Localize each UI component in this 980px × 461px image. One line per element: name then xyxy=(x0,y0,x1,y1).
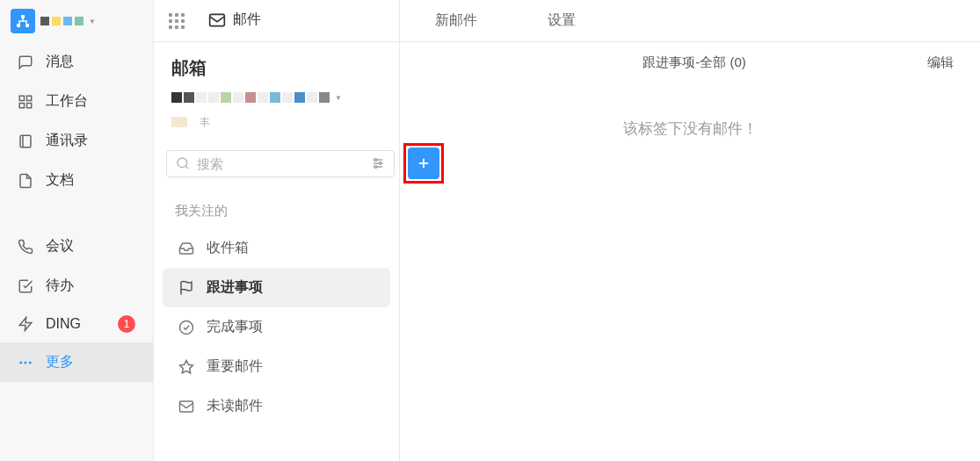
mailbox-title: 邮箱 xyxy=(171,56,381,80)
section-label: 我关注的 xyxy=(163,194,390,228)
folder-unread[interactable]: 未读邮件 xyxy=(163,386,390,426)
lightning-icon xyxy=(18,316,33,332)
svg-rect-5 xyxy=(27,103,32,107)
svg-point-19 xyxy=(374,159,377,162)
folder-followup[interactable]: 跟进事项 xyxy=(163,268,390,307)
svg-rect-0 xyxy=(21,15,25,18)
svg-rect-27 xyxy=(180,401,193,412)
workspace-color-dots xyxy=(40,17,83,25)
check-icon xyxy=(18,278,33,294)
nav-label: 会议 xyxy=(46,237,74,256)
message-icon xyxy=(18,54,33,70)
flag-icon xyxy=(178,280,194,296)
document-icon xyxy=(18,173,33,189)
workspace-icon xyxy=(11,9,35,33)
svg-rect-13 xyxy=(210,14,225,25)
svg-point-12 xyxy=(29,361,32,364)
nav-label: 更多 xyxy=(46,353,74,371)
nav-label: 待办 xyxy=(46,277,74,295)
search-box[interactable] xyxy=(166,150,395,177)
nav-label: 工作台 xyxy=(46,92,88,111)
mail-icon xyxy=(208,11,226,29)
folder-label: 重要邮件 xyxy=(207,357,263,376)
svg-point-11 xyxy=(25,361,27,364)
svg-rect-7 xyxy=(20,135,31,148)
chevron-down-icon: ▼ xyxy=(89,18,96,25)
account-sub-redacted: 丰 xyxy=(171,112,381,133)
svg-rect-2 xyxy=(25,24,29,27)
top-tabs: 邮件 xyxy=(154,0,399,42)
right-panel: 新邮件 设置 跟进事项-全部 (0) 编辑 该标签下没有邮件！ xyxy=(400,0,980,461)
content-header: 跟进事项-全部 (0) 编辑 xyxy=(400,42,980,83)
folder-important[interactable]: 重要邮件 xyxy=(163,347,390,386)
svg-point-20 xyxy=(379,162,381,165)
phone-icon xyxy=(18,239,33,255)
empty-message: 该标签下没有邮件！ xyxy=(400,83,980,174)
more-icon xyxy=(18,355,33,371)
left-sidebar: ▼ 消息 工作台 通讯录 文档 会议 待办 DING 1 更多 xyxy=(0,0,154,461)
svg-point-10 xyxy=(19,361,22,364)
svg-line-15 xyxy=(185,166,188,169)
account-redacted[interactable]: ▼ xyxy=(171,87,381,108)
edit-button[interactable]: 编辑 xyxy=(927,54,954,71)
nav-docs[interactable]: 文档 xyxy=(0,161,153,200)
filter-icon[interactable] xyxy=(371,156,385,170)
nav-more[interactable]: 更多 xyxy=(0,342,153,382)
svg-rect-1 xyxy=(17,24,20,27)
folder-section: 我关注的 收件箱 跟进事项 完成事项 重要邮件 未读邮件 xyxy=(154,194,399,461)
tab-new-mail[interactable]: 新邮件 xyxy=(400,0,512,42)
check-circle-icon xyxy=(178,320,194,335)
folder-label: 跟进事项 xyxy=(207,278,263,297)
contacts-icon xyxy=(18,133,33,149)
nav-label: 消息 xyxy=(46,53,74,71)
mailbox-section: 邮箱 ▼ 丰 xyxy=(154,42,399,143)
tab-mail[interactable]: 邮件 xyxy=(191,0,279,42)
middle-panel: 邮件 邮箱 ▼ 丰 我关注的 收件箱 xyxy=(154,0,400,461)
folder-label: 收件箱 xyxy=(207,239,249,257)
folder-label: 未读邮件 xyxy=(207,397,263,415)
chevron-down-icon: ▼ xyxy=(335,94,342,102)
content-title: 跟进事项-全部 (0) xyxy=(461,54,927,71)
star-icon xyxy=(178,359,194,375)
folder-inbox[interactable]: 收件箱 xyxy=(163,228,390,268)
nav-todo[interactable]: 待办 xyxy=(0,266,153,306)
grid-icon xyxy=(18,94,33,110)
nav-label: 通讯录 xyxy=(46,132,88,150)
workspace-header[interactable]: ▼ xyxy=(0,0,153,42)
apps-grid-icon[interactable] xyxy=(163,7,191,35)
svg-marker-9 xyxy=(19,318,32,331)
folder-label: 完成事项 xyxy=(207,318,263,336)
inbox-icon xyxy=(178,241,194,256)
nav-label: DING xyxy=(46,316,81,332)
search-row xyxy=(154,143,399,194)
folder-completed[interactable]: 完成事项 xyxy=(163,307,390,347)
svg-rect-3 xyxy=(19,96,24,100)
nav-label: 文档 xyxy=(46,171,74,190)
svg-rect-4 xyxy=(27,96,32,100)
svg-point-25 xyxy=(180,321,193,334)
svg-marker-26 xyxy=(180,360,193,372)
tab-label: 邮件 xyxy=(233,11,261,29)
nav-workbench[interactable]: 工作台 xyxy=(0,82,153,121)
mail-icon xyxy=(178,399,194,414)
tab-settings[interactable]: 设置 xyxy=(512,0,611,42)
nav-meeting[interactable]: 会议 xyxy=(0,227,153,266)
ding-badge: 1 xyxy=(118,315,135,333)
search-icon xyxy=(176,156,190,170)
svg-rect-6 xyxy=(19,103,24,107)
nav-messages[interactable]: 消息 xyxy=(0,42,153,82)
svg-point-14 xyxy=(178,158,187,168)
search-input[interactable] xyxy=(197,156,364,171)
right-tabs: 新邮件 设置 xyxy=(400,0,980,42)
svg-point-21 xyxy=(374,166,377,169)
nav-contacts[interactable]: 通讯录 xyxy=(0,121,153,161)
nav-ding[interactable]: DING 1 xyxy=(0,306,153,342)
